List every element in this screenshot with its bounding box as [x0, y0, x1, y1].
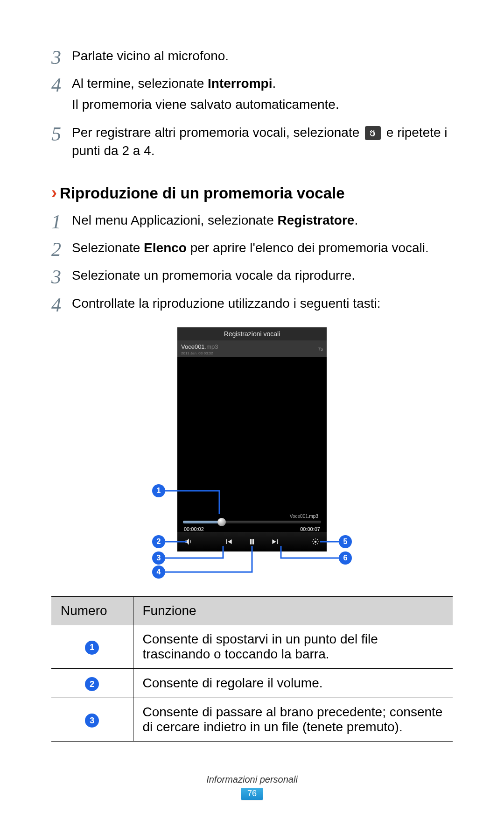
phone-header: Registrazioni vocali [177, 327, 327, 340]
step-text: Nel menu Applicazioni, selezionate Regis… [72, 211, 453, 229]
cell-desc: Consente di passare al brano precedente;… [133, 698, 453, 742]
page-number-badge: 76 [241, 788, 263, 800]
shuffle-icon[interactable] [311, 537, 320, 546]
player: Voce001.mp3 00:00:02 00:00:07 [177, 514, 327, 532]
sub-step-2: 2 Selezionate Elenco per aprire l'elenco… [51, 239, 453, 260]
badge-icon: 2 [85, 677, 99, 691]
text-pre: Al termine, selezionate [72, 76, 208, 91]
text-pre: Per registrare altri promemoria vocali, … [72, 125, 363, 140]
step-text: Controllate la riproduzione utilizzando … [72, 294, 453, 312]
file-duration: 7s [318, 346, 323, 352]
cell-desc: Consente di spostarvi in un punto del fi… [133, 625, 453, 668]
text-pre: Nel menu Applicazioni, selezionate [72, 213, 277, 227]
file-date: 2011 Jan. 03 03:32 [181, 351, 218, 355]
marker-5: 5 [339, 535, 352, 548]
table-row: 3 Consente di passare al brano precedent… [51, 698, 453, 742]
step-body: Selezionate un promemoria vocale da ripr… [72, 266, 453, 287]
marker-2: 2 [152, 535, 165, 548]
nowplaying-label: Voce001.mp3 [183, 514, 321, 519]
file-info: Voce001.mp3 2011 Jan. 03 03:32 [181, 343, 218, 355]
step-body: Nel menu Applicazioni, selezionate Regis… [72, 211, 453, 232]
text-bold: Elenco [144, 240, 187, 255]
text-post: per aprire l'elenco dei promemoria vocal… [187, 240, 429, 255]
seek-knob[interactable] [217, 518, 226, 526]
step-4: 4 Al termine, selezionate Interrompi. Il… [51, 74, 453, 116]
marker-4: 4 [152, 565, 165, 579]
step-body: Controllate la riproduzione utilizzando … [72, 294, 453, 315]
sub-step-4: 4 Controllate la riproduzione utilizzand… [51, 294, 453, 315]
file-name: Voce001.mp3 [181, 343, 218, 350]
badge-icon: 3 [85, 714, 99, 728]
step-body: Parlate vicino al microfono. [72, 47, 453, 68]
step-number: 5 [51, 123, 72, 144]
function-table: Numero Funzione 1 Consente di spostarvi … [51, 596, 453, 742]
table-row: 1 Consente di spostarvi in un punto del … [51, 625, 453, 668]
table-row: 2 Consente di regolare il volume. [51, 668, 453, 698]
cell-desc: Consente di regolare il volume. [133, 668, 453, 698]
step-number: 2 [51, 239, 72, 259]
section-header: › Riproduzione di un promemoria vocale [51, 183, 453, 203]
text-bold: Interrompi [208, 76, 272, 91]
chevron-icon: › [51, 183, 57, 203]
text-bold: Registratore [277, 213, 354, 227]
np-name: Voce001 [290, 514, 308, 519]
svg-point-0 [315, 541, 316, 542]
back-icon [365, 126, 381, 140]
time-elapsed: 00:00:02 [184, 526, 204, 532]
sub-step-1: 1 Nel menu Applicazioni, selezionate Reg… [51, 211, 453, 232]
seek-bar[interactable] [183, 521, 321, 523]
np-ext: .mp3 [308, 514, 318, 519]
phone-file-row: Voce001.mp3 2011 Jan. 03 03:32 7s [177, 340, 327, 357]
file-ext: .mp3 [205, 343, 218, 350]
cell-marker: 3 [51, 698, 133, 742]
transport-group [224, 537, 280, 546]
page: 3 Parlate vicino al microfono. 4 Al term… [0, 0, 504, 827]
marker-3: 3 [152, 551, 165, 565]
step-text: Per registrare altri promemoria vocali, … [72, 123, 453, 160]
cell-marker: 2 [51, 668, 133, 698]
step-text: Selezionate un promemoria vocale da ripr… [72, 266, 453, 284]
th-number: Numero [51, 596, 133, 625]
step-number: 3 [51, 266, 72, 287]
time-total: 00:00:07 [300, 526, 320, 532]
marker-1: 1 [152, 484, 165, 497]
step-text: Selezionate Elenco per aprire l'elenco d… [72, 239, 453, 257]
th-function: Funzione [133, 596, 453, 625]
cell-marker: 1 [51, 625, 133, 668]
step-body: Al termine, selezionate Interrompi. Il p… [72, 74, 453, 116]
step-text: Il promemoria viene salvato automaticame… [72, 95, 453, 113]
text-pre: Selezionate [72, 240, 144, 255]
footer-section-name: Informazioni personali [0, 774, 504, 785]
step-number: 1 [51, 211, 72, 232]
phone-screen: Registrazioni vocali Voce001.mp3 2011 Ja… [177, 327, 327, 551]
step-3: 3 Parlate vicino al microfono. [51, 47, 453, 68]
step-body: Per registrare altri promemoria vocali, … [72, 123, 453, 163]
footer: Informazioni personali 76 [0, 774, 504, 800]
time-row: 00:00:02 00:00:07 [183, 526, 321, 532]
phone-body: Voce001.mp3 00:00:02 00:00:07 [177, 357, 327, 551]
text-post: . [354, 213, 358, 227]
controls-bar [177, 532, 327, 551]
volume-icon[interactable] [184, 537, 193, 546]
seek-fill [183, 521, 222, 523]
previous-icon[interactable] [224, 537, 233, 546]
step-body: Selezionate Elenco per aprire l'elenco d… [72, 239, 453, 260]
step-number: 4 [51, 74, 72, 95]
marker-6: 6 [339, 551, 352, 565]
section-title: Riproduzione di un promemoria vocale [60, 184, 345, 202]
pause-icon[interactable] [247, 537, 257, 546]
step-text: Parlate vicino al microfono. [72, 47, 453, 65]
step-5: 5 Per registrare altri promemoria vocali… [51, 123, 453, 163]
device-illustration: Registrazioni vocali Voce001.mp3 2011 Ja… [51, 327, 453, 575]
text-post: . [273, 76, 276, 91]
step-text: Al termine, selezionate Interrompi. [72, 74, 453, 92]
step-number: 3 [51, 47, 72, 67]
sub-step-3: 3 Selezionate un promemoria vocale da ri… [51, 266, 453, 287]
next-icon[interactable] [271, 537, 280, 546]
step-number: 4 [51, 294, 72, 315]
file-basename: Voce001 [181, 343, 205, 350]
badge-icon: 1 [85, 641, 99, 655]
